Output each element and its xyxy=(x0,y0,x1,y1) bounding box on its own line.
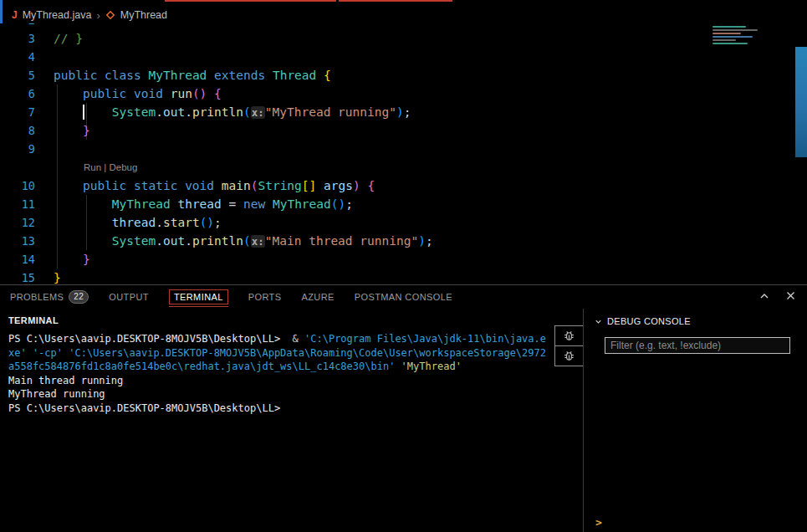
panel-tab-problems[interactable]: PROBLEMS22 xyxy=(10,290,89,304)
line-number: 9 xyxy=(0,140,35,158)
panel-actions xyxy=(759,291,795,300)
terminal-line: a558fc584876fd1c8a0fe514be0c\redhat.java… xyxy=(8,360,552,374)
code-text: public static void main(String[] args) { xyxy=(54,176,375,195)
code-text: // } xyxy=(54,29,83,48)
text-cursor xyxy=(83,105,84,120)
terminal-section-title: TERMINAL xyxy=(8,315,59,325)
editor-tab-strip xyxy=(0,0,807,7)
line-number: 5 xyxy=(0,66,35,84)
code-text: thread.start(); xyxy=(54,213,222,232)
code-text: System.out.println(x:"MyThread running")… xyxy=(54,103,411,121)
code-line[interactable]: 11 MyThread thread = new MyThread(); xyxy=(0,195,433,213)
problems-count-badge: 22 xyxy=(69,290,89,304)
panel-close-icon[interactable] xyxy=(786,291,795,300)
line-number: 12 xyxy=(0,213,35,232)
debug-filter-input[interactable] xyxy=(605,337,790,354)
minimap-line xyxy=(713,43,748,44)
code-text: MyThread thread = new MyThread(); xyxy=(54,195,353,213)
code-text: public class MyThread extends Thread { xyxy=(54,66,331,84)
code-line[interactable]: 14 } xyxy=(0,250,433,269)
debug-console-header[interactable]: DEBUG CONSOLE xyxy=(594,316,691,326)
code-line[interactable]: 10 public static void main(String[] args… xyxy=(0,176,433,195)
panel-tab-azure[interactable]: AZURE xyxy=(301,292,334,302)
code-line[interactable]: 3// } xyxy=(0,29,433,48)
debug-prompt-chevron-icon[interactable]: > xyxy=(595,516,602,529)
code-line[interactable]: 5public class MyThread extends Thread { xyxy=(0,66,433,84)
panel-tab-postman-console[interactable]: POSTMAN CONSOLE xyxy=(355,292,452,302)
panel-tab-terminal[interactable]: TERMINAL xyxy=(169,289,228,304)
vscode-window: J MyThread.java › MyThread 23// }45publi… xyxy=(0,0,807,532)
code-line[interactable]: 7 System.out.println(x:"MyThread running… xyxy=(0,103,433,121)
codelens-text[interactable]: Run | Debug xyxy=(84,158,137,176)
debug-console-panel: DEBUG CONSOLE > xyxy=(584,309,807,532)
breadcrumb-separator-icon: › xyxy=(96,9,100,22)
panel-tab-label: PORTS xyxy=(248,292,282,302)
minimap-line xyxy=(713,39,736,41)
minimap-line xyxy=(713,33,741,34)
panel-tab-label: OUTPUT xyxy=(109,292,149,302)
breadcrumb-file[interactable]: MyThread.java xyxy=(23,9,92,21)
minimap[interactable] xyxy=(713,26,764,51)
code-line[interactable]: 9 xyxy=(0,140,433,158)
line-number: 13 xyxy=(0,232,35,250)
terminal-item-debug[interactable] xyxy=(555,326,583,345)
panel-tab-label: PROBLEMS xyxy=(10,292,64,302)
line-number: 10 xyxy=(0,176,35,195)
terminal-output[interactable]: PS C:\Users\aavip.DESKTOP-8MOJV5B\Deskto… xyxy=(8,332,552,415)
line-number: 14 xyxy=(0,250,35,269)
panel-tab-output[interactable]: OUTPUT xyxy=(109,292,149,302)
left-accent-bar xyxy=(0,0,3,23)
tab-top-border xyxy=(339,0,452,2)
code-line[interactable]: 6 public void run() { xyxy=(0,84,433,103)
code-line[interactable]: 8 } xyxy=(0,121,433,140)
code-text: System.out.println(x:"Main thread runnin… xyxy=(54,232,433,250)
terminal-line: xe' '-cp' 'C:\Users\aavip.DESKTOP-8MOJV5… xyxy=(8,346,552,361)
minimap-line xyxy=(713,26,746,28)
terminal-item-debug[interactable] xyxy=(555,345,583,366)
minimap-line xyxy=(713,36,753,38)
code-text: } xyxy=(54,121,90,140)
codelens-run-debug[interactable]: Run | Debug xyxy=(0,158,433,176)
line-number: 4 xyxy=(0,48,35,66)
bug-icon xyxy=(563,330,575,342)
code-editor[interactable]: 23// }45public class MyThread extends Th… xyxy=(0,11,433,287)
bottom-panel: PROBLEMS22OUTPUTTERMINALPORTSAZUREPOSTMA… xyxy=(0,284,807,532)
code-line[interactable]: 13 System.out.println(x:"Main thread run… xyxy=(0,232,433,250)
terminal-line: PS C:\Users\aavip.DESKTOP-8MOJV5B\Deskto… xyxy=(8,332,552,346)
code-line[interactable]: 12 thread.start(); xyxy=(0,213,433,232)
class-symbol-icon xyxy=(105,10,115,20)
active-tab-top-border xyxy=(165,0,336,2)
terminal-list xyxy=(554,325,584,366)
panel-tab-ports[interactable]: PORTS xyxy=(248,292,282,302)
panel-tab-label: TERMINAL xyxy=(174,292,223,302)
panel-maximize-chevron-up-icon[interactable] xyxy=(759,292,769,300)
breadcrumb: J MyThread.java › MyThread xyxy=(0,7,807,23)
line-number: 8 xyxy=(0,121,35,140)
line-number: 3 xyxy=(0,29,35,48)
editor-scrollbar[interactable] xyxy=(795,47,807,157)
code-text: } xyxy=(54,250,90,269)
terminal-line: MyThread running xyxy=(8,387,552,402)
panel-tab-bar: PROBLEMS22OUTPUTTERMINALPORTSAZUREPOSTMA… xyxy=(0,285,807,309)
line-number: 7 xyxy=(0,103,35,121)
bug-icon xyxy=(563,350,575,362)
minimap-line xyxy=(713,29,758,31)
code-text: public void run() { xyxy=(54,84,222,103)
line-number: 6 xyxy=(0,84,35,103)
line-number: 11 xyxy=(0,195,35,213)
chevron-down-icon xyxy=(594,317,603,326)
panel-tab-label: POSTMAN CONSOLE xyxy=(355,292,452,302)
java-file-icon: J xyxy=(12,9,18,21)
code-line[interactable]: 4 xyxy=(0,48,433,66)
line-number-gutter xyxy=(0,158,35,176)
debug-console-title: DEBUG CONSOLE xyxy=(607,316,691,326)
panel-tab-label: AZURE xyxy=(301,292,334,302)
terminal-line: PS C:\Users\aavip.DESKTOP-8MOJV5B\Deskto… xyxy=(8,402,552,416)
breadcrumb-symbol[interactable]: MyThread xyxy=(120,9,167,21)
terminal-line: Main thread running xyxy=(8,374,552,388)
